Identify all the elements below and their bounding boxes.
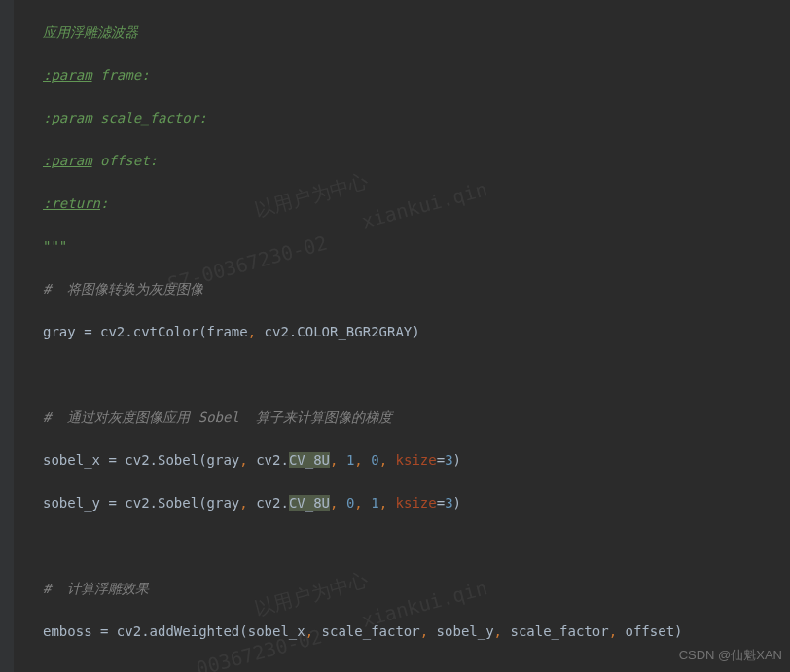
comma: , (354, 495, 362, 511)
number: 0 (371, 452, 378, 468)
code-text: offset) (617, 623, 682, 639)
return-tag: :return (43, 195, 100, 211)
code-text: sobel_x = cv2.Sobel(gray (43, 452, 239, 468)
kwarg: ksize (396, 452, 437, 468)
comma: , (305, 623, 313, 639)
code-text: scale_factor (313, 623, 420, 639)
number: 3 (445, 452, 452, 468)
comma: , (609, 623, 617, 639)
kwarg: ksize (396, 495, 437, 511)
highlight: CV_8U (289, 452, 330, 468)
code-text: gray = cv2.cvtColor(frame (43, 324, 248, 339)
param-name: offset: (92, 153, 158, 168)
comma: , (330, 495, 338, 511)
param-name: frame: (92, 67, 150, 83)
comma: , (494, 623, 502, 639)
comment: # 计算浮雕效果 (43, 581, 149, 596)
code-text: emboss = cv2.addWeighted(sobel_x (43, 623, 305, 639)
number: 3 (445, 495, 452, 511)
comma: , (330, 452, 338, 468)
eq: = (437, 495, 445, 511)
param-tag: :param (43, 110, 92, 125)
code-text: scale_factor (502, 623, 609, 639)
comment: 算子来计算图像的梯度 (239, 409, 392, 425)
code-text: cv2.COLOR_BGR2GRAY) (256, 324, 420, 339)
comma: , (379, 452, 387, 468)
gutter (0, 0, 14, 672)
code-text: cv2. (248, 495, 289, 511)
highlight: CV_8U (289, 495, 330, 511)
code-editor[interactable]: 应用浮雕滤波器 :param frame: :param scale_facto… (0, 0, 790, 672)
docstring-title: 应用浮雕滤波器 (43, 24, 138, 40)
paren: ) (453, 495, 461, 511)
param-tag: :param (43, 153, 92, 168)
paren: ) (453, 452, 461, 468)
code-text: sobel_y (428, 623, 493, 639)
csdn-watermark: CSDN @仙魁XAN (679, 645, 782, 666)
code-text: sobel_y = cv2.Sobel(gray (43, 495, 239, 511)
eq: = (437, 452, 445, 468)
comment: Sobel (198, 409, 239, 425)
param-tag: :param (43, 67, 92, 83)
code-text: cv2. (248, 452, 289, 468)
comma: , (379, 495, 387, 511)
comment: # 通过对灰度图像应用 (43, 409, 198, 425)
docstring-close: """ (43, 238, 67, 254)
comma: , (420, 623, 428, 639)
comma: , (248, 324, 256, 339)
number: 1 (371, 495, 378, 511)
comma: , (239, 452, 247, 468)
comma: , (239, 495, 247, 511)
comma: , (354, 452, 362, 468)
return-colon: : (100, 195, 108, 211)
param-name: scale_factor: (92, 110, 207, 125)
comment: # 将图像转换为灰度图像 (43, 281, 203, 297)
